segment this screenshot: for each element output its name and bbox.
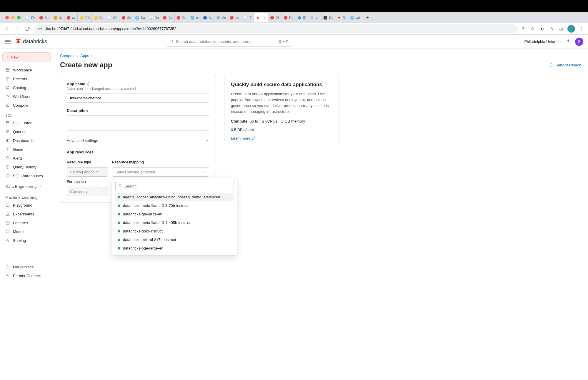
browser-tab[interactable]: 🟡RA — [78, 13, 92, 22]
sidebar-section-data-engineering[interactable]: Data Engineering — [2, 180, 51, 190]
close-tab-icon[interactable]: ✕ — [264, 16, 266, 20]
browser-tab[interactable]: ⬛Dc — [322, 13, 335, 22]
status-indicator-icon — [118, 213, 120, 215]
send-feedback-link[interactable]: Send feedback — [549, 63, 581, 67]
browser-tab[interactable]: 🔵Ac — [201, 13, 214, 22]
browser-tab[interactable]: 📊Da — [147, 13, 161, 22]
browser-tab[interactable]: 🌐or — [188, 13, 201, 22]
dropdown-search-input[interactable] — [115, 181, 234, 191]
compute-specs: Compute: up to 2 vCPUs 6 GB memory 0.5 D… — [231, 119, 332, 132]
browser-tab[interactable]: 🔴az — [64, 13, 78, 22]
sidebar-item-sql-editor[interactable]: SQL Editor — [2, 118, 51, 127]
close-window-button[interactable] — [5, 16, 9, 19]
address-bar[interactable]: dbc-bd497dd7-fdbd.cloud.databricks.com/a… — [34, 24, 517, 33]
info-icon[interactable] — [87, 82, 91, 86]
browser-tab[interactable]: 🔴Sa — [119, 13, 133, 22]
svg-rect-10 — [8, 140, 9, 142]
user-avatar[interactable]: S — [575, 38, 583, 46]
maximize-window-button[interactable] — [17, 16, 21, 19]
breadcrumb-item[interactable]: Apps — [80, 53, 89, 58]
sidebar-item-playground[interactable]: Playground — [2, 201, 51, 210]
browser-tab[interactable]: 📄Q4 — [105, 13, 119, 22]
extension-icon[interactable]: ✎ — [549, 26, 554, 32]
sidebar-item-workflows[interactable]: Workflows — [2, 92, 51, 101]
svg-point-1 — [170, 40, 172, 42]
forward-button[interactable] — [14, 25, 21, 32]
app-name-input[interactable] — [67, 93, 209, 103]
resource-type-select[interactable]: Serving endpoint — [67, 167, 108, 177]
databricks-logo[interactable]: databricks — [15, 38, 47, 45]
advanced-settings-toggle[interactable]: Advanced settings — [67, 137, 209, 144]
hamburger-menu-icon[interactable] — [5, 39, 11, 45]
browser-tab[interactable]: 🌐wh — [348, 13, 362, 22]
serving-icon — [5, 238, 10, 243]
sidebar-item-alerts[interactable]: Alerts — [2, 154, 51, 163]
browser-tab[interactable]: ⚙️Ac — [214, 13, 228, 22]
sidebar-item-partner-connect[interactable]: Partner Connect — [2, 271, 51, 280]
bookmark-icon[interactable] — [530, 26, 536, 32]
workspace-selector[interactable]: Philadelphia Union — [524, 39, 562, 44]
sidebar-item-sql-warehouses[interactable]: SQL Warehouses — [2, 171, 51, 180]
new-tab-button[interactable]: + — [364, 14, 371, 21]
dropdown-option[interactable]: databricks-meta-llama-3-3-70b-instruct — [115, 201, 234, 210]
dashboards-icon — [5, 138, 10, 143]
browser-tab[interactable]: 📄Ph — [24, 13, 37, 22]
browser-tab[interactable]: 🔴05 — [268, 13, 281, 22]
profile-avatar[interactable] — [567, 25, 575, 33]
dropdown-option[interactable]: agents_soccer_analytics-union_bot-rag_de… — [115, 193, 234, 201]
browser-tabs: 📄Ph 🔴Mc 🟠da 🔴az 🟡RA 🟡Cc 📄Q4 🔴Sa 🌐Da 📊Da … — [0, 12, 588, 23]
sidebar-item-workspace[interactable]: Workspace — [2, 66, 51, 74]
history-icon — [5, 165, 10, 169]
dropdown-option[interactable]: databricks-dbrx-instruct — [115, 227, 234, 235]
description-input[interactable] — [67, 115, 209, 130]
sidebar-item-features[interactable]: Features — [2, 218, 51, 227]
chrome-menu-icon[interactable]: ⋮ — [579, 26, 584, 32]
extension-icon[interactable]: ◐ — [539, 26, 545, 32]
sidebar-item-query-history[interactable]: Query History — [2, 163, 51, 171]
browser-tab[interactable]: ✱Te — [335, 13, 348, 22]
browser-tab[interactable]: 🔷[E — [295, 13, 308, 22]
dropdown-option[interactable]: databricks-mixtral-8x7b-instruct — [115, 235, 234, 244]
site-settings-icon[interactable] — [38, 26, 42, 31]
permission-select[interactable]: Can query — [67, 187, 108, 196]
new-button[interactable]: + New — [2, 52, 51, 62]
browser-tab[interactable]: 🔴Ce — [161, 13, 175, 22]
browser-tab[interactable]: 🌐Da — [133, 13, 147, 22]
back-button[interactable] — [4, 25, 11, 32]
clock-icon — [5, 76, 10, 81]
browser-tab[interactable]: 🔴Re — [281, 13, 295, 22]
reload-button[interactable] — [24, 25, 31, 32]
extensions-icon[interactable] — [558, 26, 564, 32]
global-search-input[interactable]: Search data, notebooks, recents, and mor… — [166, 37, 292, 47]
plus-icon: + — [6, 55, 9, 59]
sidebar-item-models[interactable]: Models — [2, 227, 51, 236]
dropdown-option[interactable]: databricks-gte-large-en — [115, 210, 234, 218]
sidebar-item-dashboards[interactable]: Dashboards — [2, 136, 51, 145]
resource-mapping-select[interactable]: Select serving endpoint — [112, 167, 209, 177]
breadcrumb-item[interactable]: Compute — [60, 53, 76, 58]
browser-tab[interactable]: 📄[E — [241, 13, 254, 22]
sidebar-item-marketplace[interactable]: Marketplace — [2, 262, 51, 271]
sidebar-item-compute[interactable]: Compute — [2, 101, 51, 110]
sidebar-section-ml[interactable]: Machine Learning — [2, 190, 51, 201]
sidebar-item-catalog[interactable]: Catalog — [2, 83, 51, 92]
browser-tab-active[interactable]: ◆✕ — [254, 13, 268, 22]
dropdown-option[interactable]: databricks-bge-large-en — [115, 244, 234, 252]
browser-tab[interactable]: 🔴Mc — [37, 13, 51, 22]
svg-rect-5 — [8, 97, 9, 98]
sidebar-item-genie[interactable]: Genie — [2, 145, 51, 154]
browser-tab[interactable]: Gph — [308, 13, 321, 22]
assistant-icon[interactable] — [566, 38, 571, 45]
browser-tab[interactable]: 🔴Dc — [175, 13, 188, 22]
sidebar-item-experiments[interactable]: Experiments — [2, 210, 51, 218]
sidebar-item-queries[interactable]: Queries — [2, 127, 51, 136]
dropdown-option[interactable]: databricks-meta-llama-3-1-405b-instruct — [115, 218, 234, 227]
zoom-icon[interactable] — [520, 26, 526, 32]
browser-tab[interactable]: 🟠da — [51, 13, 64, 22]
browser-tab[interactable]: 🟡Cc — [92, 13, 105, 22]
sidebar-item-serving[interactable]: Serving — [2, 236, 51, 245]
minimize-window-button[interactable] — [11, 16, 15, 19]
learn-more-link[interactable]: Learn more — [231, 136, 255, 140]
sidebar-item-recents[interactable]: Recents — [2, 74, 51, 83]
browser-tab[interactable]: 🔴bc — [228, 13, 241, 22]
